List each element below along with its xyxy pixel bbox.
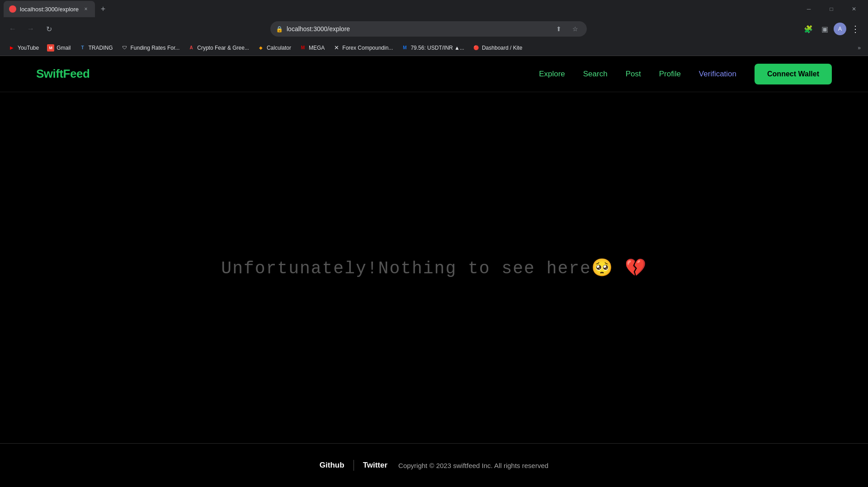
usdt-favicon: M xyxy=(401,44,408,52)
kite-favicon: 🔴 xyxy=(472,44,480,52)
tab-favicon xyxy=(9,5,16,13)
bookmark-mega[interactable]: M MEGA xyxy=(296,42,328,53)
footer-github-link[interactable]: Github xyxy=(320,461,344,470)
bookmark-youtube[interactable]: ▶ explore YouTube xyxy=(5,42,42,53)
bookmark-youtube-text: YouTube xyxy=(18,45,39,51)
tab-close-button[interactable]: × xyxy=(82,5,90,13)
bookmark-kite[interactable]: 🔴 Dashboard / Kite xyxy=(469,42,526,53)
nav-links: Explore Search Post Profile Verification xyxy=(539,70,736,79)
footer-copyright: Copyright © 2023 swiftfeed Inc. All righ… xyxy=(398,462,548,469)
forward-button[interactable]: → xyxy=(24,22,38,36)
bookmark-cryptofear-text: Crypto Fear & Gree... xyxy=(197,45,249,51)
tab-bar: localhost:3000/explore × + ─ □ ✕ xyxy=(0,0,868,18)
nav-link-profile[interactable]: Profile xyxy=(659,70,681,79)
bookmark-funding-text: Funding Rates For... xyxy=(131,45,180,51)
nav-link-explore[interactable]: Explore xyxy=(539,70,565,79)
maximize-button[interactable]: □ xyxy=(821,0,842,18)
funding-favicon: 🛡 xyxy=(121,44,128,52)
toolbar-right: 🧩 ▣ A ⋮ xyxy=(801,22,863,36)
bookmark-calculator-text: Calculator xyxy=(267,45,291,51)
footer-twitter-link[interactable]: Twitter xyxy=(363,461,387,470)
empty-state-message: Unfortunately!Nothing to see here🥺 💔 xyxy=(221,258,646,278)
nav-link-verification[interactable]: Verification xyxy=(699,70,736,79)
bookmark-gmail-text: Gmail xyxy=(57,45,71,51)
address-bar: ← → ↻ 🔒 localhost:3000/explore ⬆ ☆ 🧩 ▣ A… xyxy=(0,18,868,40)
share-url-button[interactable]: ⬆ xyxy=(552,23,565,35)
bookmark-crypto-fear[interactable]: A Crypto Fear & Gree... xyxy=(184,42,253,53)
bookmark-gmail[interactable]: M Gmail xyxy=(43,42,74,53)
footer-divider xyxy=(354,460,354,471)
url-bar[interactable]: 🔒 localhost:3000/explore ⬆ ☆ xyxy=(270,21,587,37)
cryptofear-favicon: A xyxy=(188,44,195,52)
bookmarks-bar: ▶ explore YouTube M Gmail T TRADING 🛡 Fu… xyxy=(0,40,868,56)
bookmark-usdt[interactable]: M 79.56: USDT/INR ▲... xyxy=(397,42,468,53)
minimize-button[interactable]: ─ xyxy=(798,0,819,18)
nav-link-search[interactable]: Search xyxy=(583,70,608,79)
bookmark-trading[interactable]: T TRADING xyxy=(75,42,117,53)
youtube-favicon: ▶ xyxy=(8,44,15,52)
mega-favicon: M xyxy=(299,44,307,52)
extensions-button[interactable]: 🧩 xyxy=(801,22,816,36)
app-wrapper: SwiftFeed Explore Search Post Profile Ve… xyxy=(0,56,868,487)
calculator-favicon: ◆ xyxy=(257,44,264,52)
side-panel-button[interactable]: ▣ xyxy=(817,22,832,36)
more-options-button[interactable]: ⋮ xyxy=(848,22,863,36)
back-button[interactable]: ← xyxy=(5,22,20,36)
bookmark-funding[interactable]: 🛡 Funding Rates For... xyxy=(118,42,184,53)
app-logo[interactable]: SwiftFeed xyxy=(36,67,90,81)
nav-link-post[interactable]: Post xyxy=(626,70,641,79)
connect-wallet-button[interactable]: Connect Wallet xyxy=(755,64,832,84)
close-button[interactable]: ✕ xyxy=(844,0,864,18)
new-tab-button[interactable]: + xyxy=(97,3,109,15)
browser-profile-button[interactable]: A xyxy=(834,23,846,35)
trading-favicon: T xyxy=(79,44,86,52)
navbar: SwiftFeed Explore Search Post Profile Ve… xyxy=(0,56,868,92)
gmail-favicon: M xyxy=(47,44,54,52)
main-content: Unfortunately!Nothing to see here🥺 💔 xyxy=(0,92,868,443)
footer: Github Twitter Copyright © 2023 swiftfee… xyxy=(0,443,868,487)
bookmark-star-button[interactable]: ☆ xyxy=(569,23,581,35)
bookmark-usdt-text: 79.56: USDT/INR ▲... xyxy=(410,45,464,51)
lock-icon: 🔒 xyxy=(276,26,283,33)
bookmark-forex-text: Forex Compoundin... xyxy=(342,45,393,51)
bookmark-forex[interactable]: ✕ Forex Compoundin... xyxy=(329,42,396,53)
active-tab[interactable]: localhost:3000/explore × xyxy=(4,1,95,17)
bookmark-trading-text: TRADING xyxy=(89,45,113,51)
reload-button[interactable]: ↻ xyxy=(42,22,56,36)
window-controls: ─ □ ✕ xyxy=(798,0,864,18)
forex-favicon: ✕ xyxy=(333,44,340,52)
bookmark-kite-text: Dashboard / Kite xyxy=(482,45,522,51)
url-text: localhost:3000/explore xyxy=(287,25,549,33)
browser-chrome: localhost:3000/explore × + ─ □ ✕ ← → ↻ 🔒… xyxy=(0,0,868,56)
tab-title: localhost:3000/explore xyxy=(20,6,79,13)
bookmark-mega-text: MEGA xyxy=(309,45,325,51)
more-bookmarks-button[interactable]: » xyxy=(855,43,863,53)
bookmark-calculator[interactable]: ◆ Calculator xyxy=(254,42,295,53)
